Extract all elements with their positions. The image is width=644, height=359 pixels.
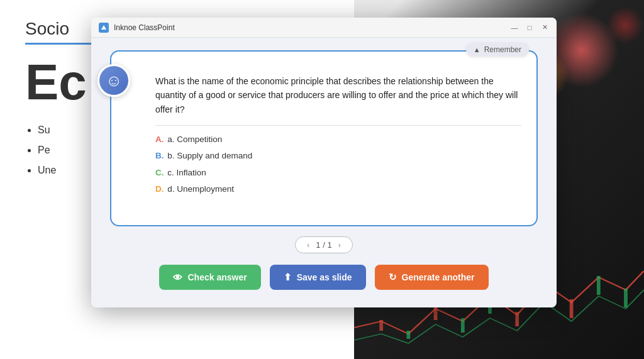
maximize-button[interactable]: □	[525, 23, 534, 32]
pagination-pill[interactable]: ‹ 1 / 1 ›	[295, 236, 352, 253]
pagination-row: ‹ 1 / 1 ›	[110, 236, 538, 253]
choice-a: A. a. Competition	[155, 133, 521, 146]
question-text: What is the name of the economic princip…	[155, 64, 521, 126]
titlebar: Inknoe ClassPoint — □ ✕	[91, 18, 557, 38]
remember-icon: ▲	[474, 46, 480, 53]
generate-icon: ↻	[389, 272, 397, 283]
avatar-emoji: ☺	[106, 71, 123, 91]
choice-c: C. c. Inflation	[155, 167, 521, 179]
bokeh-circle-3	[606, 6, 644, 44]
next-arrow[interactable]: ›	[338, 241, 341, 250]
choice-b-text: b. Supply and demand	[167, 151, 252, 160]
question-card: ☺ ▲ Remember What is the name of the eco…	[110, 50, 538, 226]
check-icon: 👁	[173, 272, 182, 283]
window-body: ☺ ▲ Remember What is the name of the eco…	[91, 38, 557, 307]
title-left: Inknoe ClassPoint	[99, 23, 175, 33]
action-row: 👁 Check answer ⬆ Save as slide ↻ Generat…	[110, 256, 538, 295]
avatar: ☺	[97, 64, 130, 97]
choice-a-text: a. Competition	[167, 135, 222, 144]
app-icon	[99, 23, 109, 33]
page-indicator: 1 / 1	[316, 240, 331, 250]
classpoint-window: Inknoe ClassPoint — □ ✕ ☺ ▲ Remember Wha…	[91, 18, 557, 307]
generate-another-label: Generate another	[402, 272, 475, 282]
save-icon: ⬆	[284, 272, 292, 283]
save-as-slide-button[interactable]: ⬆ Save as slide	[270, 265, 366, 290]
remember-badge: ▲ Remember	[466, 43, 529, 57]
generate-another-button[interactable]: ↻ Generate another	[375, 265, 489, 290]
choice-d: D. d. Unemployment	[155, 183, 521, 196]
prev-arrow[interactable]: ‹	[307, 241, 309, 250]
choice-c-label: C.	[155, 168, 164, 177]
choices-list: A. a. Competition B. b. Supply and deman…	[155, 133, 521, 196]
window-controls[interactable]: — □ ✕	[510, 23, 549, 32]
choice-a-label: A.	[155, 135, 164, 144]
save-as-slide-label: Save as slide	[297, 272, 352, 282]
check-answer-label: Check answer	[187, 272, 247, 282]
close-button[interactable]: ✕	[540, 23, 549, 32]
remember-label: Remember	[484, 45, 521, 54]
choice-d-label: D.	[155, 184, 164, 194]
choice-c-text: c. Inflation	[167, 168, 206, 177]
choice-b: B. b. Supply and demand	[155, 150, 521, 162]
check-answer-button[interactable]: 👁 Check answer	[159, 265, 260, 290]
choice-d-text: d. Unemployment	[167, 184, 234, 194]
window-title: Inknoe ClassPoint	[114, 23, 175, 32]
choice-b-label: B.	[155, 151, 164, 160]
svg-marker-10	[101, 25, 106, 30]
minimize-button[interactable]: —	[510, 23, 519, 32]
